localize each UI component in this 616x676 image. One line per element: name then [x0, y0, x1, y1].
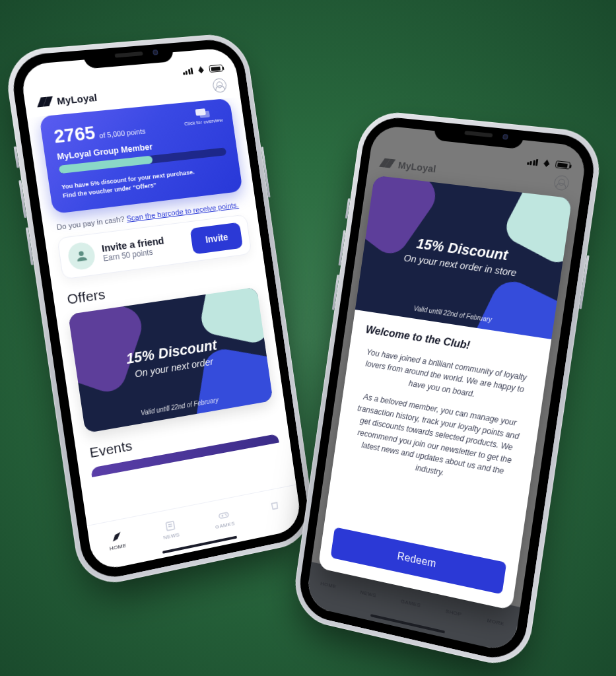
sheet-body: Welcome to the Club! You have joined a b…: [324, 310, 551, 565]
volume-up: [18, 180, 26, 219]
invite-text: Invite a friend Earn 50 points: [101, 235, 166, 263]
power-button: [579, 255, 590, 309]
svg-rect-3: [219, 512, 229, 518]
wifi-icon: [541, 159, 553, 168]
games-icon: [216, 508, 231, 523]
tab-news[interactable]: NEWS: [161, 518, 180, 541]
brand-logo-icon: [38, 96, 53, 107]
profile-icon: [553, 175, 570, 191]
phone-right: MyLoyal HOME NEWS GAMES SHOP MORE: [291, 109, 605, 671]
phone-left: MyLoyal Click for overview 2765 of 5,000…: [3, 32, 318, 590]
wifi-icon: [196, 66, 207, 74]
offer-valid: Valid untill 22nd of February: [140, 396, 219, 417]
invite-title: Invite a friend: [101, 235, 165, 254]
offer-sheet: 15% Discount On your next order in store…: [318, 176, 572, 611]
tab-home[interactable]: HOME: [107, 529, 127, 551]
person-icon: [73, 248, 90, 264]
points-value: 2765: [53, 122, 96, 148]
home-indicator: [162, 536, 237, 554]
stage: MyLoyal Click for overview 2765 of 5,000…: [0, 0, 616, 676]
battery-icon: [209, 64, 223, 73]
profile-icon[interactable]: [212, 78, 227, 93]
tab-more: MORE: [487, 617, 504, 627]
points-card[interactable]: Click for overview 2765 of 5,000 points …: [39, 98, 243, 214]
battery-icon: [555, 160, 571, 170]
brand[interactable]: MyLoyal: [38, 91, 98, 108]
bag-icon: [267, 498, 282, 512]
svg-rect-0: [166, 522, 174, 531]
discount-note: You have 5% discount for your next purch…: [61, 164, 230, 201]
svg-point-7: [226, 515, 227, 516]
shape-purple: [68, 287, 147, 396]
volume-up: [338, 230, 345, 265]
avatar-icon: [67, 241, 96, 271]
volume-down: [26, 227, 34, 265]
points-cap: of 5,000 points: [98, 127, 146, 139]
home-scroll[interactable]: Click for overview 2765 of 5,000 points …: [27, 97, 296, 525]
hero-sub: On your next order in store: [403, 252, 518, 278]
signal-icon: [527, 158, 539, 166]
signal-icon: [182, 67, 193, 75]
invite-button[interactable]: Invite: [190, 222, 243, 254]
svg-line-1: [168, 524, 172, 525]
cards-icon: [195, 108, 209, 119]
offer-card[interactable]: 15% Discount On your next order Valid un…: [68, 287, 273, 433]
volume-down: [332, 275, 339, 310]
invite-sub: Earn 50 points: [102, 246, 166, 263]
tab-extra[interactable]: [267, 498, 283, 519]
home-icon: [109, 529, 125, 544]
tab-games[interactable]: GAMES: [213, 508, 236, 530]
svg-point-6: [225, 514, 226, 515]
tab-shop: SHOP: [445, 608, 462, 617]
shape-blue: [460, 274, 572, 339]
shape-mint: [500, 176, 572, 269]
progress-fill: [58, 156, 153, 174]
mute-switch: [14, 147, 20, 168]
svg-line-2: [168, 526, 172, 527]
brand-name: MyLoyal: [56, 91, 98, 106]
welcome-p2: As a beloved member, you can manage your…: [347, 390, 525, 492]
news-icon: [162, 519, 178, 533]
mute-switch: [345, 198, 351, 219]
